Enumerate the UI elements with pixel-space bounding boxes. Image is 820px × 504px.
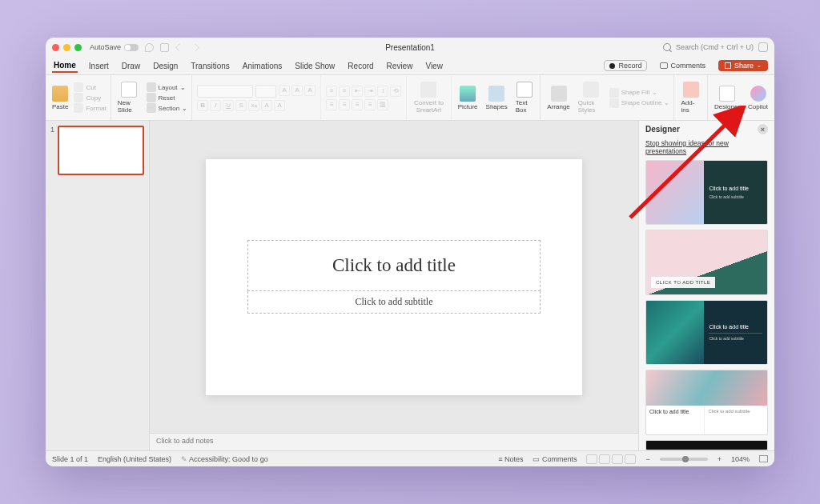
sorter-view-icon[interactable] (599, 454, 610, 464)
align-right-icon[interactable]: ≡ (352, 99, 363, 110)
window-controls (52, 44, 82, 51)
design-idea-1[interactable]: Click to add titleClick to add subtitle (645, 160, 768, 225)
undo-icon[interactable] (175, 43, 184, 52)
tab-record[interactable]: Record (346, 60, 375, 72)
shapes-icon (488, 86, 504, 102)
font-size-dropdown[interactable] (255, 85, 276, 98)
home-icon[interactable] (145, 43, 154, 52)
accessibility-indicator[interactable]: ✎ Accessibility: Good to go (181, 455, 268, 463)
maximize-window[interactable] (74, 44, 82, 51)
insert-group: Picture Shapes Text Box (452, 75, 541, 120)
share-button[interactable]: Share⌄ (718, 60, 768, 71)
language-indicator[interactable]: English (United States) (98, 455, 171, 463)
comments-button[interactable]: Comments (657, 61, 709, 70)
font-family-dropdown[interactable] (197, 85, 253, 98)
text-direction-icon[interactable]: ⟲ (390, 86, 401, 97)
italic-button[interactable]: I (210, 100, 221, 111)
document-title: Presentation1 (385, 43, 435, 52)
design-idea-2[interactable]: CLICK TO ADD TITLE (645, 230, 768, 294)
design-idea-5[interactable] (645, 440, 768, 450)
convert-smartart-button[interactable]: Convert to SmartArt (411, 80, 446, 115)
tab-review[interactable]: Review (385, 60, 415, 72)
zoom-in[interactable]: + (718, 455, 722, 463)
cut-button[interactable]: Cut (74, 82, 106, 92)
align-center-icon[interactable]: ≡ (339, 99, 350, 110)
font-color-button[interactable]: A (274, 100, 285, 111)
autosave-toggle[interactable]: AutoSave (90, 43, 139, 51)
subtitle-placeholder[interactable]: Click to add subtitle (247, 291, 541, 314)
paste-button[interactable]: Paste (50, 84, 70, 112)
share-people-icon[interactable] (758, 42, 768, 52)
normal-view-icon[interactable] (586, 454, 597, 464)
align-left-icon[interactable]: ≡ (326, 99, 337, 110)
addins-button[interactable]: Add-ins (678, 80, 703, 115)
thumbnail-1[interactable]: 1 (50, 126, 144, 175)
bold-button[interactable]: B (197, 100, 208, 111)
zoom-out[interactable]: − (645, 455, 649, 463)
search-placeholder[interactable]: Search (Cmd + Ctrl + U) (676, 43, 754, 51)
bullets-icon[interactable]: ≡ (326, 86, 337, 97)
increase-font-icon[interactable]: A (279, 85, 290, 96)
textbox-button[interactable]: Text Box (513, 80, 537, 115)
decrease-font-icon[interactable]: A (291, 85, 303, 96)
underline-button[interactable]: U (223, 100, 234, 111)
title-placeholder[interactable]: Click to add title (247, 240, 541, 291)
indent-right-icon[interactable]: ⇥ (364, 86, 376, 97)
notes-pane[interactable]: Click to add notes (150, 433, 638, 450)
tab-slideshow[interactable]: Slide Show (293, 60, 336, 72)
fit-to-window-icon[interactable] (759, 455, 768, 462)
notes-toggle[interactable]: ≡ Notes (498, 455, 523, 463)
design-idea-3[interactable]: Click to add titleClick to add subtitle (645, 300, 768, 365)
format-painter-button[interactable]: Format (74, 103, 106, 113)
copy-button[interactable]: Copy (74, 93, 106, 102)
section-button[interactable]: Section⌄ (147, 103, 188, 113)
tab-transitions[interactable]: Transitions (189, 60, 231, 72)
redo-icon[interactable] (191, 43, 199, 52)
zoom-slider[interactable] (660, 458, 708, 461)
line-spacing-icon[interactable]: ↕ (377, 86, 388, 97)
reset-button[interactable]: Reset (147, 93, 188, 102)
slide-indicator[interactable]: Slide 1 of 1 (52, 455, 88, 463)
picture-button[interactable]: Picture (456, 84, 480, 112)
new-slide-button[interactable]: New Slide (115, 80, 143, 115)
shapes-button[interactable]: Shapes (484, 84, 510, 112)
reading-view-icon[interactable] (612, 454, 623, 464)
design-idea-4[interactable]: Click to add titleClick to add subtitle (645, 370, 768, 434)
designer-pane: Designer × Stop showing ideas for new pr… (638, 121, 774, 450)
tab-view[interactable]: View (424, 60, 444, 72)
copilot-button[interactable]: Copilot (746, 84, 770, 112)
close-pane-button[interactable]: × (758, 124, 768, 134)
zoom-level[interactable]: 104% (731, 455, 750, 463)
tab-insert[interactable]: Insert (87, 60, 111, 72)
numbering-icon[interactable]: ≡ (339, 86, 350, 97)
slideshow-view-icon[interactable] (625, 454, 636, 464)
search-icon[interactable] (663, 43, 671, 51)
tab-animations[interactable]: Animations (241, 60, 283, 72)
clear-format-icon[interactable]: A (304, 85, 316, 96)
slides-group: New Slide Layout⌄ Reset Section⌄ (111, 75, 192, 120)
tab-home[interactable]: Home (52, 59, 78, 73)
shape-outline-button[interactable]: Shape Outline⌄ (609, 98, 670, 108)
close-window[interactable] (52, 44, 59, 51)
slide-number: 1 (50, 126, 54, 175)
columns-icon[interactable]: ▥ (377, 99, 388, 110)
chevron-down-icon: ⌄ (757, 62, 762, 69)
designer-button[interactable]: Designer (712, 84, 742, 112)
tab-draw[interactable]: Draw (120, 60, 142, 72)
stop-showing-link[interactable]: Stop showing ideas for new presentations (639, 138, 774, 160)
justify-icon[interactable]: ≡ (364, 99, 376, 110)
strike-button[interactable]: S (235, 100, 247, 111)
save-icon[interactable] (160, 43, 169, 52)
highlight-button[interactable]: A (261, 100, 272, 111)
tab-design[interactable]: Design (151, 60, 179, 72)
quick-styles-button[interactable]: Quick Styles (576, 80, 606, 115)
shape-fill-button[interactable]: Shape Fill⌄ (609, 88, 670, 98)
minimize-window[interactable] (63, 44, 70, 51)
layout-button[interactable]: Layout⌄ (147, 82, 188, 92)
comments-toggle[interactable]: ▭ Comments (533, 455, 577, 463)
indent-left-icon[interactable]: ⇤ (352, 86, 363, 97)
slide-canvas-area[interactable]: Click to add title Click to add subtitle (150, 121, 638, 433)
arrange-button[interactable]: Arrange (545, 84, 572, 112)
subscript-button[interactable]: x₂ (248, 100, 259, 111)
record-button[interactable]: Record (604, 60, 647, 71)
